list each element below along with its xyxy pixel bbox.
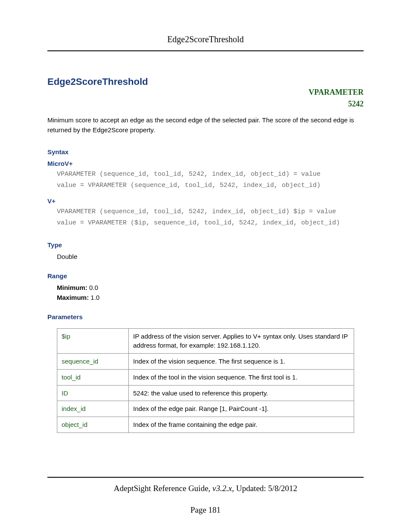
vparameter-id: 5242 — [47, 98, 364, 110]
vplus-code: VPARAMETER (sequence_id, tool_id, 5242, … — [57, 206, 364, 229]
footer-line: AdeptSight Reference Guide, v3.2.x, Upda… — [47, 484, 364, 493]
footer-rule — [47, 477, 364, 478]
microv-label: MicroV+ — [47, 160, 364, 167]
type-heading: Type — [47, 241, 364, 249]
param-desc: IP address of the vision server. Applies… — [129, 328, 354, 354]
description: Minimum score to accept an edge as the s… — [47, 115, 364, 135]
type-value: Double — [57, 253, 364, 260]
param-desc: 5242: the value used to reference this p… — [129, 385, 354, 401]
footer-version: , v3.2.x — [209, 484, 232, 493]
range-max: Maximum: 1.0 — [57, 294, 364, 301]
param-name: object_id — [57, 417, 129, 433]
vplus-label: V+ — [47, 197, 364, 205]
range-heading: Range — [47, 272, 364, 280]
param-desc: Index of the edge pair. Range [1, PairCo… — [129, 401, 354, 417]
table-row: tool_id Index of the tool in the vision … — [57, 369, 354, 385]
range-min-value: 0.0 — [87, 284, 98, 291]
footer-guide: AdeptSight Reference Guide — [114, 484, 208, 493]
param-name: $ip — [57, 328, 129, 354]
param-name: index_id — [57, 401, 129, 417]
param-desc: Index of the frame containing the edge p… — [129, 417, 354, 433]
page-number: Page 181 — [47, 505, 364, 515]
table-row: ID 5242: the value used to reference thi… — [57, 385, 354, 401]
param-name: sequence_id — [57, 354, 129, 370]
parameters-table: $ip IP address of the vision server. App… — [57, 328, 354, 433]
param-desc: Index of the tool in the vision sequence… — [129, 369, 354, 385]
table-row: sequence_id Index of the vision sequence… — [57, 354, 354, 370]
range-min-label: Minimum: — [57, 284, 87, 291]
param-desc: Index of the vision sequence. The first … — [129, 354, 354, 370]
page-title: Edge2ScoreThreshold — [47, 76, 364, 87]
vparameter-label: VPARAMETER — [47, 87, 364, 98]
param-name: tool_id — [57, 369, 129, 385]
range-max-value: 1.0 — [89, 294, 100, 301]
range-max-label: Maximum: — [57, 294, 89, 301]
vparameter-tag: VPARAMETER 5242 — [47, 87, 364, 110]
running-header: Edge2ScoreThreshold — [47, 34, 364, 51]
table-row: index_id Index of the edge pair. Range [… — [57, 401, 354, 417]
table-row: object_id Index of the frame containing … — [57, 417, 354, 433]
range-min: Minimum: 0.0 — [57, 284, 364, 291]
table-row: $ip IP address of the vision server. App… — [57, 328, 354, 354]
footer: AdeptSight Reference Guide, v3.2.x, Upda… — [47, 477, 364, 515]
parameters-heading: Parameters — [47, 313, 364, 320]
content: Edge2ScoreThreshold VPARAMETER 5242 Mini… — [47, 51, 364, 433]
footer-updated: , Updated: 5/8/2012 — [232, 484, 297, 493]
param-name: ID — [57, 385, 129, 401]
microv-code: VPARAMETER (sequence_id, tool_id, 5242, … — [57, 169, 364, 192]
syntax-heading: Syntax — [47, 148, 364, 156]
